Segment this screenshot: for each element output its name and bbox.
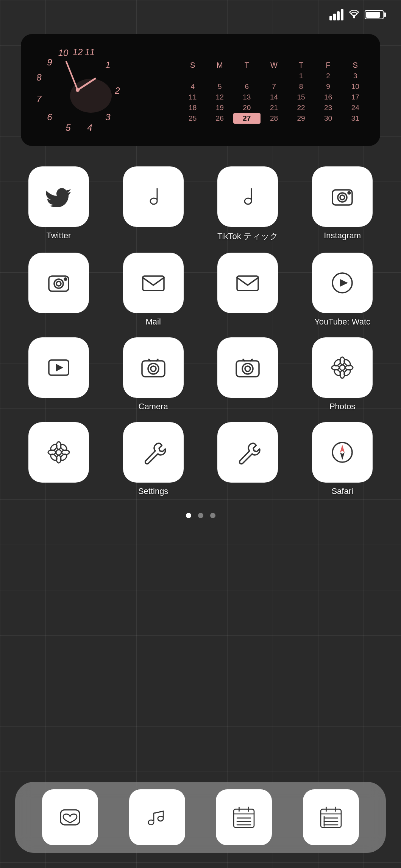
svg-text:3: 3 <box>105 112 111 122</box>
svg-marker-57 <box>340 452 345 460</box>
cal-day: 25 <box>179 113 206 124</box>
svg-point-32 <box>148 363 159 374</box>
svg-point-13 <box>70 79 112 113</box>
app-item-tiktok2[interactable]: TikTok ティック <box>201 161 295 247</box>
page-dots <box>0 513 401 518</box>
svg-text:7: 7 <box>36 94 42 104</box>
svg-point-23 <box>56 281 61 286</box>
cal-day: 6 <box>233 81 261 92</box>
app-label-instagram: Instagram <box>324 231 361 241</box>
cal-day: 16 <box>315 92 342 102</box>
svg-point-36 <box>245 366 250 371</box>
svg-line-15 <box>66 62 78 90</box>
app-item-twitter[interactable]: Twitter <box>11 161 106 247</box>
cal-day: 5 <box>206 81 234 92</box>
cal-day <box>179 71 206 81</box>
dock-icon-music <box>129 789 185 845</box>
app-icon-youtube <box>312 253 373 313</box>
cal-day: 17 <box>342 92 369 102</box>
cal-day: 14 <box>261 92 288 102</box>
cal-day: 10 <box>342 81 369 92</box>
svg-point-18 <box>338 193 347 202</box>
cal-day: 27 <box>233 113 261 124</box>
page-dot-3[interactable] <box>210 513 215 518</box>
app-icon-settings2 <box>217 422 278 483</box>
cal-day <box>261 71 288 81</box>
page-dot-2[interactable] <box>198 513 203 518</box>
svg-text:1: 1 <box>105 60 110 70</box>
dock-item-calendar1[interactable] <box>216 789 272 845</box>
app-item-instagram[interactable]: Instagram <box>295 161 390 247</box>
app-item-app9[interactable] <box>11 332 106 417</box>
status-icons <box>329 8 386 22</box>
svg-rect-25 <box>143 276 164 290</box>
cal-day: 22 <box>287 102 315 113</box>
app-item-youtube[interactable]: YouTube: Watc <box>295 247 390 332</box>
cal-day: 29 <box>287 113 315 124</box>
app-icon-settings <box>123 422 184 483</box>
app-item-tiktok1[interactable] <box>106 161 201 247</box>
svg-text:11: 11 <box>85 47 95 57</box>
cal-day: 20 <box>233 102 261 113</box>
clock-face: 12 1 2 3 4 5 6 7 8 9 10 11 <box>32 45 123 135</box>
cal-day: 11 <box>179 92 206 102</box>
cal-day: 8 <box>287 81 315 92</box>
clock-calendar-widget[interactable]: 12 1 2 3 4 5 6 7 8 9 10 11 <box>21 34 380 146</box>
svg-text:2: 2 <box>114 85 120 96</box>
app-item-settings2[interactable] <box>201 417 295 502</box>
app-item-camera1[interactable]: Camera <box>106 332 201 417</box>
app-item-photos2[interactable] <box>11 417 106 502</box>
app-item-photos[interactable]: Photos <box>295 332 390 417</box>
app-icon-instagram <box>312 166 373 227</box>
svg-point-46 <box>56 450 61 455</box>
app-label-tiktok2: TikTok ティック <box>217 231 278 242</box>
app-item-safari[interactable]: Safari <box>295 417 390 502</box>
cal-day: 23 <box>315 102 342 113</box>
app-label-mail1: Mail <box>145 317 161 327</box>
cal-day: 3 <box>342 71 369 81</box>
app-icon-mail2 <box>217 253 278 313</box>
svg-point-19 <box>340 195 345 200</box>
page-dot-1[interactable] <box>186 513 191 518</box>
app-icon-camera2 <box>217 337 278 398</box>
cal-day: 18 <box>179 102 206 113</box>
home-screen: 12 1 2 3 4 5 6 7 8 9 10 11 <box>0 0 401 868</box>
svg-text:8: 8 <box>36 72 42 82</box>
app-label-photos: Photos <box>329 402 356 411</box>
app-item-settings[interactable]: Settings <box>106 417 201 502</box>
wifi-icon <box>347 8 361 22</box>
cal-day: 2 <box>315 71 342 81</box>
app-item-mail2[interactable] <box>201 247 295 332</box>
svg-text:10: 10 <box>58 48 69 58</box>
svg-point-20 <box>348 192 350 194</box>
cal-day: 19 <box>206 102 234 113</box>
cal-day: 7 <box>261 81 288 92</box>
calendar-widget: S M T W T F S 12345678910111213141516171… <box>179 57 369 124</box>
svg-marker-30 <box>56 364 63 371</box>
calendar-table: S M T W T F S 12345678910111213141516171… <box>179 60 369 124</box>
app-icon-photos <box>312 337 373 398</box>
dock-item-calendar2[interactable] <box>303 789 359 845</box>
svg-point-22 <box>54 279 63 288</box>
svg-point-37 <box>340 365 345 370</box>
cal-day: 30 <box>315 113 342 124</box>
app-label-camera1: Camera <box>139 402 168 411</box>
cal-day: 4 <box>179 81 206 92</box>
battery-icon <box>365 10 386 19</box>
clock-widget: 12 1 2 3 4 5 6 7 8 9 10 11 <box>32 45 168 135</box>
app-icon-safari <box>312 422 373 483</box>
svg-point-35 <box>242 363 253 374</box>
app-item-camera2[interactable] <box>201 332 295 417</box>
cal-header-t2: T <box>287 60 315 71</box>
app-item-app5[interactable] <box>11 247 106 332</box>
status-bar <box>0 0 401 26</box>
app-icon-tiktok2 <box>217 166 278 227</box>
cal-day: 12 <box>206 92 234 102</box>
app-item-mail1[interactable]: Mail <box>106 247 201 332</box>
dock-item-music[interactable] <box>129 789 185 845</box>
svg-point-16 <box>76 88 80 92</box>
cal-header-w: W <box>261 60 288 71</box>
svg-text:9: 9 <box>47 57 52 67</box>
dock-item-line[interactable] <box>42 789 98 845</box>
dock <box>15 782 386 853</box>
